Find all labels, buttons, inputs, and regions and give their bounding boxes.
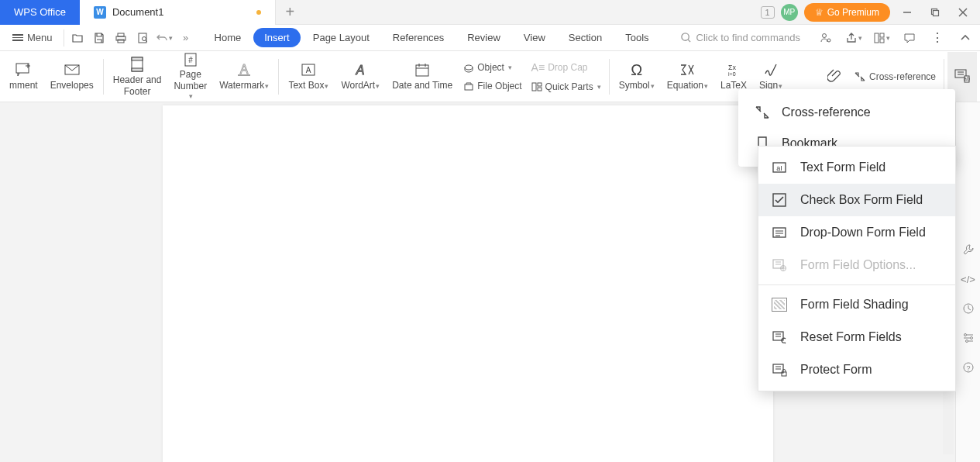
window-arrange-icon[interactable]: ▾ (873, 29, 890, 47)
reset-form-fields-item[interactable]: Reset Form Fields (758, 321, 955, 353)
dropdown-form-field-item[interactable]: Drop-Down Form Field (758, 216, 955, 249)
print-preview-icon[interactable] (134, 29, 151, 47)
header-footer-label: Header and Footer (113, 74, 162, 98)
tab-view[interactable]: View (513, 28, 556, 47)
reset-form-fields-label: Reset Form Fields (800, 330, 902, 344)
history-icon[interactable] (961, 301, 976, 316)
watermark-button[interactable]: A Watermark▾ (213, 52, 275, 102)
maximize-button[interactable] (924, 2, 946, 23)
object-button[interactable]: Object▾ (459, 60, 526, 75)
svg-point-11 (681, 33, 688, 40)
equation-label: Equation (667, 80, 703, 91)
side-panel: </> ? (955, 102, 980, 462)
text-form-field-label: Text Form Field (800, 160, 885, 174)
more-options-icon[interactable]: ⋮ (929, 29, 946, 47)
date-time-button[interactable]: Date and Time (386, 52, 459, 102)
svg-rect-16 (880, 33, 884, 37)
open-icon[interactable] (69, 29, 86, 47)
wordart-icon: A (352, 61, 368, 78)
quick-parts-label: Quick Parts (545, 81, 593, 92)
file-object-label: File Object (477, 81, 521, 91)
comment-button[interactable]: mment (3, 52, 44, 102)
menu-button[interactable]: Menu (6, 29, 59, 47)
date-time-label: Date and Time (392, 80, 452, 91)
cross-reference-item[interactable]: Cross-reference (738, 97, 955, 128)
ribbon-tabs: Home Insert Page Layout References Revie… (204, 28, 660, 47)
form-field-shading-label: Form Field Shading (800, 298, 909, 312)
go-premium-button[interactable]: ♕ Go Premium (804, 3, 890, 22)
settings-icon[interactable] (961, 330, 976, 346)
svg-point-53 (965, 340, 968, 343)
svg-point-14 (827, 39, 830, 42)
equation-icon (679, 61, 696, 78)
user-avatar[interactable]: MP (781, 4, 798, 21)
envelopes-button[interactable]: Envelopes (44, 52, 100, 102)
svg-text:A: A (240, 63, 249, 76)
object-label: Object (477, 62, 504, 73)
page-number-label: Page Number (174, 69, 207, 92)
document-page[interactable] (163, 105, 773, 462)
page-number-button[interactable]: # Page Number▾ (167, 52, 213, 102)
help-icon[interactable]: ? (961, 360, 976, 375)
symbol-label: Symbol (619, 80, 650, 91)
watermark-icon: A (236, 61, 253, 78)
svg-text:A: A (306, 66, 311, 74)
close-button[interactable] (952, 2, 974, 23)
svg-line-12 (688, 40, 690, 42)
collapse-ribbon-icon[interactable] (957, 29, 974, 47)
dropdown-form-field-label: Drop-Down Form Field (800, 226, 926, 240)
file-object-button[interactable]: File Object (459, 78, 526, 94)
svg-text:ab: ab (964, 76, 970, 81)
shading-icon (771, 296, 788, 313)
tools-icon[interactable] (961, 242, 976, 257)
svg-rect-17 (880, 39, 884, 43)
equation-button[interactable]: Equation▾ (661, 52, 714, 102)
svg-text:#: # (188, 56, 193, 64)
code-icon[interactable]: </> (961, 271, 976, 287)
svg-text:aI: aI (776, 164, 782, 172)
tab-insert[interactable]: Insert (253, 28, 301, 47)
svg-text:i=0: i=0 (728, 71, 736, 77)
cross-reference-ribbon-button[interactable]: Cross-reference (849, 64, 940, 89)
tab-home[interactable]: Home (204, 28, 253, 47)
document-tab[interactable]: W Document1 (80, 0, 276, 25)
header-footer-button[interactable]: Header and Footer (107, 52, 168, 102)
protect-icon (771, 361, 788, 378)
undo-icon[interactable]: ▾ (156, 29, 173, 47)
svg-rect-5 (118, 33, 124, 36)
quick-parts-button[interactable]: Quick Parts▾ (527, 79, 606, 95)
minimize-button[interactable] (896, 2, 918, 23)
command-search[interactable]: Click to find commands (680, 32, 800, 43)
premium-label: Go Premium (827, 7, 879, 18)
text-form-field-item[interactable]: aI Text Form Field (758, 151, 955, 184)
wordart-button[interactable]: A WordArt▾ (335, 52, 386, 102)
tab-section[interactable]: Section (558, 28, 613, 47)
feedback-icon[interactable] (901, 29, 918, 47)
attachment-icon (827, 67, 843, 84)
user-settings-icon[interactable] (817, 29, 834, 47)
print-icon[interactable] (112, 29, 129, 47)
svg-rect-32 (416, 65, 428, 76)
envelopes-label: Envelopes (50, 80, 94, 91)
svg-rect-40 (538, 88, 542, 91)
text-box-label: Text Box (288, 80, 324, 91)
share-icon[interactable]: ▾ (845, 29, 862, 47)
text-box-button[interactable]: A Text Box▾ (282, 52, 335, 102)
tab-tools[interactable]: Tools (614, 28, 659, 47)
app-tab[interactable]: WPS Office (0, 0, 80, 25)
form-field-shading-item[interactable]: Form Field Shading (758, 288, 955, 321)
symbol-button[interactable]: Ω Symbol▾ (613, 52, 661, 102)
save-icon[interactable] (91, 29, 108, 47)
window-count-badge[interactable]: 1 (761, 6, 775, 19)
new-tab-button[interactable]: + (285, 3, 294, 21)
tab-page-layout[interactable]: Page Layout (302, 28, 380, 47)
more-qat-icon[interactable]: » (177, 29, 194, 47)
checkbox-form-field-item[interactable]: Check Box Form Field (758, 184, 955, 216)
protect-form-item[interactable]: Protect Form (758, 353, 955, 386)
drop-cap-button[interactable]: A≡Drop Cap (527, 59, 606, 76)
menu-label: Menu (27, 32, 53, 43)
cross-ref-label: Cross-reference (869, 71, 936, 82)
tab-references[interactable]: References (382, 28, 455, 47)
tab-review[interactable]: Review (456, 28, 511, 47)
svg-rect-38 (532, 83, 536, 91)
